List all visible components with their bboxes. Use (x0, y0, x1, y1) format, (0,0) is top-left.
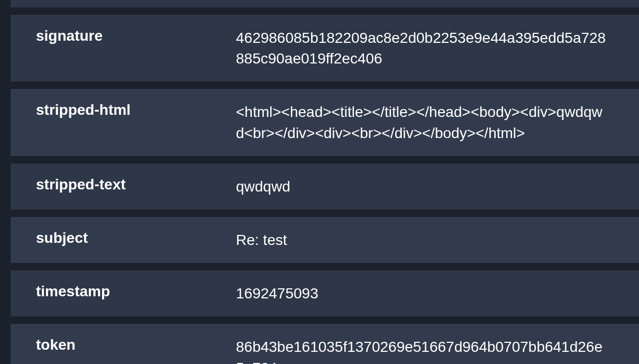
row-gap (11, 210, 639, 217)
row-key: stripped-html (36, 102, 236, 119)
row-value: qwdqwd (236, 176, 614, 197)
table-row: timestamp 1692475093 (11, 270, 639, 316)
row-key: token (36, 336, 236, 353)
key-value-table: signature 462986085b182209ac8e2d0b2253e9… (0, 0, 639, 364)
row-key: stripped-text (36, 176, 236, 193)
table-row: token 86b43be161035f1370269e51667d964b07… (11, 324, 639, 364)
row-gap (11, 316, 639, 324)
row-gap (11, 263, 639, 270)
table-row: stripped-html <html><head><title></title… (11, 89, 639, 156)
table-row: subject Re: test (11, 217, 639, 263)
row-value: 86b43be161035f1370269e51667d964b0707bb64… (236, 336, 614, 364)
row-key: signature (36, 28, 236, 44)
row-value: 462986085b182209ac8e2d0b2253e9e44a395edd… (236, 28, 614, 69)
row-value: <html><head><title></title></head><body>… (236, 102, 614, 143)
row-gap (11, 81, 639, 89)
row-gap (11, 156, 639, 163)
row-key: timestamp (36, 283, 236, 300)
row-value: Re: test (236, 230, 614, 250)
row-key: subject (36, 230, 236, 247)
row-gap (11, 7, 639, 15)
row-value: 1692475093 (236, 283, 614, 304)
table-row: stripped-text qwdqwd (11, 163, 639, 210)
table-row: signature 462986085b182209ac8e2d0b2253e9… (11, 15, 639, 81)
row-spacer (11, 0, 639, 7)
